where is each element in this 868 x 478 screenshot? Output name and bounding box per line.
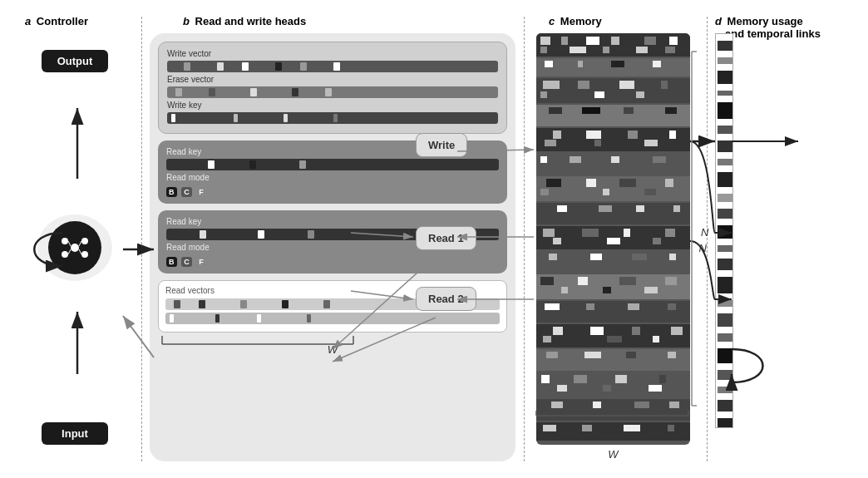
svg-rect-134 [718, 126, 732, 134]
svg-rect-93 [545, 303, 560, 310]
svg-rect-33 [543, 81, 560, 89]
svg-rect-72 [543, 229, 555, 237]
svg-rect-35 [619, 81, 634, 89]
svg-rect-142 [718, 259, 732, 270]
svg-rect-144 [718, 300, 732, 307]
svg-rect-65 [644, 189, 656, 195]
read1-mode-label: Read mode [166, 173, 499, 182]
controller-node [48, 221, 101, 274]
erase-vector-label: Erase vector [167, 75, 498, 84]
read2-mode-b-label: B [166, 257, 177, 267]
svg-rect-100 [632, 327, 640, 335]
svg-rect-149 [718, 387, 732, 393]
svg-rect-136 [718, 159, 732, 165]
svg-rect-94 [586, 303, 594, 310]
b-w-label: W [328, 343, 338, 356]
svg-rect-145 [718, 313, 732, 327]
label-c: c Memory [549, 15, 602, 27]
svg-rect-113 [615, 375, 627, 383]
mode-c-label: C [181, 187, 192, 197]
svg-rect-24 [603, 47, 609, 53]
svg-rect-130 [718, 57, 732, 64]
svg-rect-19 [611, 37, 619, 45]
svg-rect-28 [545, 61, 553, 67]
read2-mode-f-label: F [196, 257, 206, 267]
read2-key-label: Read key [166, 217, 499, 226]
neural-network-icon [57, 229, 93, 266]
read2-op-box: Read 2 [416, 287, 476, 311]
svg-rect-109 [668, 352, 676, 358]
svg-rect-133 [718, 102, 732, 119]
svg-rect-89 [561, 287, 568, 293]
svg-rect-137 [718, 172, 732, 187]
svg-rect-49 [669, 131, 676, 139]
svg-rect-146 [718, 333, 732, 342]
svg-rect-51 [594, 140, 601, 146]
svg-rect-47 [586, 131, 601, 139]
read1-key-strip [166, 159, 499, 170]
svg-rect-125 [582, 425, 592, 431]
write-vector-label: Write vector [167, 49, 498, 58]
svg-rect-42 [582, 107, 600, 114]
svg-rect-124 [543, 425, 556, 431]
svg-rect-88 [665, 277, 677, 285]
usage-visualization [716, 34, 733, 428]
svg-rect-101 [671, 327, 683, 335]
svg-rect-122 [669, 402, 679, 408]
svg-rect-44 [665, 107, 677, 114]
memory-visualization [536, 33, 690, 441]
svg-rect-74 [624, 229, 630, 237]
svg-rect-98 [553, 327, 563, 335]
svg-rect-62 [665, 179, 673, 187]
svg-rect-106 [546, 352, 558, 358]
write-op-box: Write [416, 133, 467, 157]
svg-rect-103 [607, 336, 622, 342]
svg-rect-138 [718, 194, 732, 202]
svg-rect-39 [636, 91, 644, 98]
write-vector-strip [167, 61, 498, 72]
svg-rect-148 [718, 370, 732, 380]
svg-rect-95 [628, 303, 639, 310]
input-box: Input [42, 422, 108, 445]
svg-rect-90 [603, 287, 611, 293]
svg-rect-96 [668, 303, 676, 310]
diagram-container: a Controller b Read and write heads c Me… [0, 0, 868, 478]
output-box: Output [42, 50, 108, 72]
svg-rect-73 [582, 229, 599, 237]
svg-rect-36 [661, 81, 668, 89]
svg-rect-119 [551, 402, 563, 408]
svg-rect-63 [540, 189, 549, 195]
svg-rect-20 [644, 37, 656, 45]
svg-rect-139 [718, 209, 732, 219]
svg-rect-59 [546, 179, 561, 187]
svg-rect-127 [668, 425, 674, 431]
svg-rect-38 [594, 91, 604, 98]
mode-f-label: F [196, 187, 206, 197]
svg-rect-54 [540, 156, 547, 163]
svg-rect-48 [628, 131, 638, 139]
svg-rect-77 [607, 238, 620, 244]
svg-line-6 [68, 249, 71, 254]
svg-rect-114 [659, 375, 666, 383]
svg-rect-83 [669, 254, 676, 260]
svg-rect-37 [540, 91, 547, 98]
memory-grid [536, 33, 690, 445]
svg-rect-25 [636, 47, 648, 53]
section-controller: Output [12, 42, 137, 453]
svg-rect-52 [644, 140, 658, 146]
svg-rect-21 [669, 37, 678, 45]
svg-rect-129 [718, 41, 732, 51]
svg-rect-91 [644, 287, 658, 293]
mode-b-label: B [166, 187, 177, 197]
svg-rect-104 [653, 336, 659, 342]
svg-rect-26 [665, 47, 675, 53]
svg-rect-117 [649, 385, 662, 392]
svg-rect-86 [578, 277, 588, 285]
svg-rect-68 [599, 205, 612, 212]
write-key-label: Write key [167, 101, 498, 110]
svg-rect-34 [578, 81, 589, 89]
memory-n-label: N [701, 226, 708, 239]
section-memory: W N [536, 33, 690, 461]
memory-w-label: W [604, 424, 614, 436]
svg-rect-140 [718, 225, 732, 239]
